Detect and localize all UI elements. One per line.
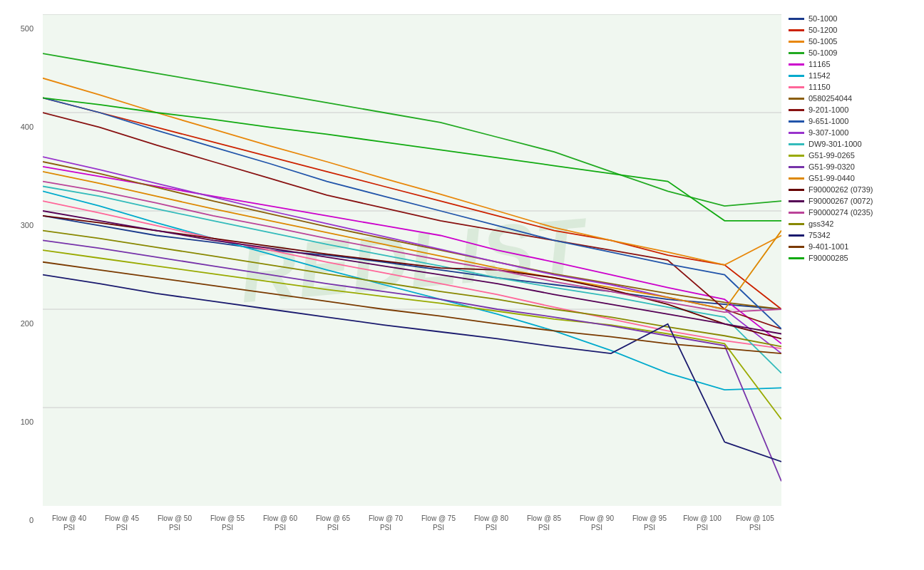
legend-color: [789, 41, 804, 43]
legend-color: [789, 18, 804, 20]
legend-color: [789, 257, 804, 259]
legend-item: 9-651-1000: [789, 117, 920, 125]
legend-label: 9-307-1000: [808, 128, 848, 137]
legend-color: [789, 98, 804, 100]
legend-color: [789, 166, 804, 168]
legend-color: [789, 223, 804, 225]
legend-label: 9-651-1000: [808, 117, 848, 125]
legend-color: [789, 246, 804, 248]
y-axis-label: 400: [21, 123, 34, 131]
legend-label: 9-201-1000: [808, 105, 848, 114]
chart-container: 5004003002001000 REDLIST Flow @ 40PSIFlo…: [0, 0, 924, 570]
legend-item: DW9-301-1000: [789, 140, 920, 148]
legend-item: G51-99-0265: [789, 151, 920, 160]
legend-color: [789, 189, 804, 191]
legend-item: 50-1005: [789, 37, 920, 46]
legend-item: 11542: [789, 71, 920, 80]
x-axis-label: Flow @ 100PSI: [676, 514, 729, 532]
legend-item: G51-99-0440: [789, 174, 920, 182]
legend-item: 50-1009: [789, 48, 920, 57]
y-axis: 5004003002001000: [0, 14, 39, 506]
legend-label: 11150: [808, 83, 831, 91]
legend-label: 9-401-1001: [808, 242, 848, 251]
legend-label: 50-1000: [808, 14, 837, 23]
legend-item: 9-307-1000: [789, 128, 920, 137]
legend: 50-100050-120050-100550-1009111651154211…: [789, 14, 920, 265]
legend-label: G51-99-0265: [808, 151, 855, 160]
y-axis-label: 500: [21, 24, 34, 33]
legend-label: 50-1200: [808, 26, 837, 34]
legend-label: F90000274 (0235): [808, 208, 873, 217]
x-axis-label: Flow @ 105PSI: [729, 514, 781, 532]
chart-svg: [43, 14, 781, 506]
legend-color: [789, 132, 804, 134]
legend-color: [789, 234, 804, 237]
legend-label: DW9-301-1000: [808, 140, 862, 148]
x-axis-label: Flow @ 55PSI: [201, 514, 254, 532]
legend-item: F90000267 (0072): [789, 197, 920, 205]
legend-item: F90000285: [789, 254, 920, 262]
legend-color: [789, 52, 804, 54]
legend-item: 50-1200: [789, 26, 920, 34]
legend-item: 11165: [789, 60, 920, 68]
legend-item: 0580254044: [789, 94, 920, 103]
legend-color: [789, 86, 804, 88]
legend-item: gss342: [789, 219, 920, 228]
x-axis-label: Flow @ 65PSI: [307, 514, 359, 532]
legend-label: 11542: [808, 71, 831, 80]
legend-label: G51-99-0320: [808, 162, 855, 171]
legend-color: [789, 212, 804, 214]
x-axis-label: Flow @ 75PSI: [412, 514, 465, 532]
legend-label: 50-1009: [808, 48, 837, 57]
legend-color: [789, 177, 804, 180]
y-axis-label: 0: [29, 516, 34, 524]
legend-item: F90000274 (0235): [789, 208, 920, 217]
legend-label: 0580254044: [808, 94, 852, 103]
y-axis-label: 300: [21, 221, 34, 229]
legend-item: 9-201-1000: [789, 105, 920, 114]
legend-label: 75342: [808, 231, 831, 239]
x-axis-label: Flow @ 85PSI: [518, 514, 570, 532]
legend-label: G51-99-0440: [808, 174, 855, 182]
legend-label: F90000262 (0739): [808, 185, 873, 194]
x-axis-label: Flow @ 40PSI: [43, 514, 96, 532]
chart-area: REDLIST: [43, 14, 781, 506]
legend-label: F90000267 (0072): [808, 197, 873, 205]
legend-color: [789, 29, 804, 31]
legend-item: 50-1000: [789, 14, 920, 23]
y-axis-label: 100: [21, 418, 34, 426]
legend-item: 11150: [789, 83, 920, 91]
x-axis-label: Flow @ 95PSI: [623, 514, 676, 532]
legend-color: [789, 75, 804, 77]
x-axis-label: Flow @ 50PSI: [148, 514, 201, 532]
x-axis-label: Flow @ 70PSI: [359, 514, 412, 532]
legend-label: 11165: [808, 60, 831, 68]
legend-label: F90000285: [808, 254, 848, 262]
legend-label: gss342: [808, 219, 833, 228]
legend-color: [789, 63, 804, 66]
legend-label: 50-1005: [808, 37, 837, 46]
x-axis-label: Flow @ 90PSI: [570, 514, 623, 532]
legend-color: [789, 120, 804, 123]
legend-color: [789, 143, 804, 145]
legend-item: 9-401-1001: [789, 242, 920, 251]
legend-item: F90000262 (0739): [789, 185, 920, 194]
x-axis: Flow @ 40PSIFlow @ 45PSIFlow @ 50PSIFlow…: [43, 509, 781, 570]
legend-color: [789, 200, 804, 202]
legend-color: [789, 109, 804, 111]
legend-color: [789, 155, 804, 157]
x-axis-label: Flow @ 80PSI: [465, 514, 518, 532]
y-axis-label: 200: [21, 319, 34, 328]
x-axis-label: Flow @ 60PSI: [254, 514, 307, 532]
legend-item: G51-99-0320: [789, 162, 920, 171]
legend-item: 75342: [789, 231, 920, 239]
x-axis-label: Flow @ 45PSI: [96, 514, 148, 532]
